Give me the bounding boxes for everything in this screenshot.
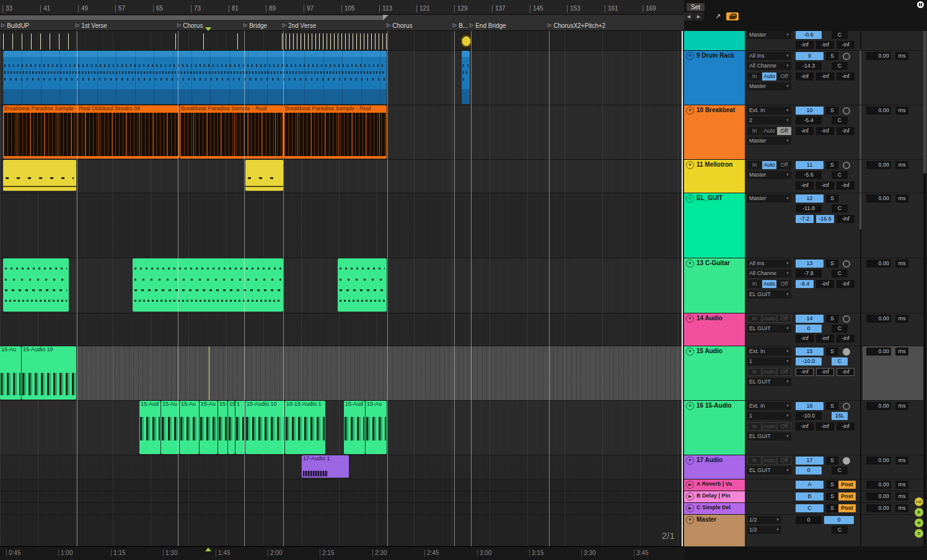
midi-notes-ticks[interactable] (282, 33, 387, 50)
return-icon[interactable]: ▶ (686, 481, 694, 489)
scrollbar-thumb[interactable] (923, 31, 926, 173)
return-header-b[interactable]: ▶ B Delay | Pin (684, 491, 745, 502)
output-chooser[interactable]: EL GUIT▼ (747, 291, 791, 299)
midi-clip-mellotron[interactable] (245, 160, 283, 191)
arrangement-area[interactable]: Breakbeat Paradise Sample - Real Oldskoo… (0, 31, 684, 546)
audio-clip-breakbeat[interactable]: Breakbeat Paradise Sample - Real (180, 105, 283, 159)
input-channel-chooser[interactable]: All Channe▼ (747, 62, 791, 70)
vertical-scrollbar[interactable] (923, 31, 926, 546)
solo-button[interactable]: S (826, 195, 838, 203)
send-a-field[interactable]: -inf (796, 41, 814, 49)
midi-notes-ticks[interactable] (203, 33, 211, 50)
pan-field[interactable]: C (832, 31, 848, 39)
insert-marker-top[interactable] (205, 27, 211, 31)
arm-button[interactable] (843, 315, 850, 323)
monitor-auto-button[interactable]: Auto (762, 457, 776, 465)
send-c-field[interactable]: -inf (837, 335, 855, 343)
monitor-auto-button[interactable]: Auto (762, 315, 776, 323)
send-a-field[interactable]: -inf (796, 368, 814, 376)
track-activator[interactable]: A (796, 481, 824, 489)
track-delay-field[interactable]: 0.00 (866, 161, 891, 169)
lane-audio-14[interactable] (0, 313, 684, 346)
input-channel-chooser[interactable]: 1▼ (747, 357, 791, 365)
output-chooser[interactable]: EL GUIT▼ (747, 432, 791, 440)
send-b-field[interactable]: -inf (816, 422, 834, 431)
send-c-field[interactable]: -inf (837, 182, 855, 190)
solo-button[interactable]: S (826, 492, 838, 501)
input-channel-chooser[interactable]: 1▼ (747, 412, 791, 420)
output-chooser[interactable]: Master▼ (747, 31, 791, 39)
fold-icon[interactable]: ▼ (686, 161, 694, 169)
audio-clip-breakbeat[interactable]: Breakbeat Paradise Sample - Real Oldskoo… (3, 105, 179, 159)
locator-1st-verse[interactable]: ▷1st Verse (76, 22, 107, 29)
send-b-field[interactable]: -16.6 (816, 215, 834, 223)
send-c-field[interactable]: -inf (837, 368, 855, 376)
track-activator[interactable]: 13 (796, 260, 824, 268)
master-volume-field[interactable]: 0 (796, 516, 822, 524)
output-chooser[interactable]: Master▼ (747, 195, 791, 203)
beat-time-ruler[interactable]: 33 41 49 57 65 73 81 89 97 105 113 121 1… (0, 0, 684, 15)
locator-end-bridge[interactable]: ▷End Bridge (470, 22, 506, 29)
volume-field[interactable]: -5.4 (796, 116, 822, 125)
locator-b[interactable]: ▷B... (453, 22, 468, 29)
track-activator[interactable]: C (796, 504, 824, 512)
volume-field[interactable]: -0.6 (796, 31, 822, 39)
locator-chorusx2[interactable]: ▷ChorusX2+Pitch+2 (548, 22, 605, 29)
track-delay-field[interactable]: 0.00 (866, 457, 891, 465)
lane-el-guit[interactable] (0, 193, 684, 258)
send-b-field[interactable]: -inf (816, 182, 834, 190)
return-header-a[interactable]: ▶ A Reverb | Va (684, 479, 745, 491)
monitor-off-button[interactable]: Off (777, 72, 791, 81)
monitor-in-button[interactable]: In (747, 422, 762, 431)
solo-button[interactable]: S (826, 402, 838, 410)
output-chooser[interactable]: Master▼ (747, 171, 791, 179)
send-a-field[interactable]: -inf (796, 72, 814, 81)
output-chooser[interactable]: EL GUIT▼ (747, 466, 791, 475)
fold-icon[interactable]: ▼ (686, 402, 694, 410)
input-type-chooser[interactable]: Ext. In▼ (747, 348, 791, 356)
solo-button[interactable]: S (826, 52, 838, 60)
zoom-arrow-icon[interactable]: ↗ (713, 12, 723, 20)
volume-field[interactable]: -7.9 (796, 269, 822, 278)
group-icon[interactable]: ≡ (686, 195, 694, 203)
send-b-field[interactable]: -inf (816, 127, 834, 135)
master-header[interactable]: ▼ Master (684, 515, 745, 546)
track-activator[interactable]: 15 (796, 348, 824, 356)
insert-marker-line[interactable] (209, 346, 209, 400)
return-header-c[interactable]: ▶ C Simple Del (684, 503, 745, 514)
fold-icon[interactable]: ▼ (686, 52, 694, 60)
fold-icon[interactable]: ▼ (686, 516, 694, 524)
pan-field[interactable]: 16L (832, 412, 848, 420)
arm-button[interactable] (843, 260, 850, 268)
track-delay-field[interactable]: 0.00 (866, 481, 891, 489)
arm-button[interactable] (843, 53, 850, 60)
send-c-field[interactable]: -inf (837, 215, 855, 223)
volume-field[interactable]: -10.0 (796, 357, 822, 365)
locator-bridge[interactable]: ▷Bridge (244, 22, 267, 29)
send-b-field[interactable]: -inf (816, 335, 834, 343)
arm-button[interactable] (843, 457, 850, 465)
midi-notes-ticks[interactable] (237, 33, 244, 50)
output-chooser[interactable]: EL GUIT▼ (747, 325, 791, 333)
track-activator[interactable]: 11 (796, 161, 824, 169)
send-c-field[interactable]: -inf (837, 280, 855, 288)
audio-clip-16[interactable]: 15-Au (161, 401, 179, 454)
pan-field[interactable]: C (832, 204, 848, 212)
track-activator[interactable]: B (796, 492, 824, 501)
pan-field[interactable]: C (832, 526, 848, 534)
send-b-field[interactable]: -inf (816, 368, 834, 376)
audio-clip-16[interactable]: 16-15-Audio 1 (285, 401, 325, 454)
monitor-auto-button[interactable]: Auto (762, 280, 776, 288)
track-header-audio-15[interactable]: ▼ 15 Audio (684, 346, 745, 400)
lane-return-a[interactable] (0, 479, 684, 491)
audio-clip-16[interactable]: 15-Aud (139, 401, 160, 454)
track-activator[interactable]: 14 (796, 315, 824, 323)
solo-button[interactable]: S (826, 481, 838, 489)
input-channel-chooser[interactable]: 2▼ (747, 116, 791, 125)
midi-clip-drum-rack-small[interactable] (462, 51, 470, 104)
pan-field[interactable]: C (832, 357, 848, 365)
solo-button[interactable]: S (826, 504, 838, 512)
track-activator[interactable]: 17 (796, 457, 824, 465)
send-c-field[interactable]: -inf (837, 41, 855, 49)
lane-return-b[interactable] (0, 491, 684, 503)
